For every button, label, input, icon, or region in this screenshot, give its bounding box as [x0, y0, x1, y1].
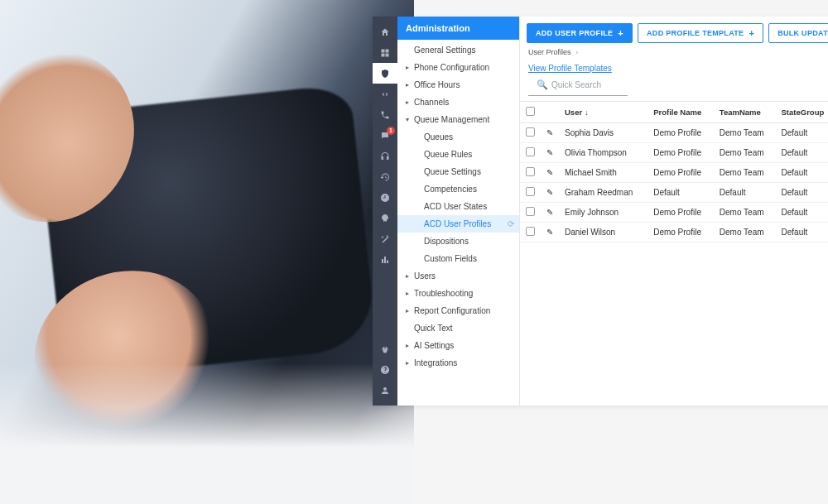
search-box[interactable]: 🔍	[528, 79, 628, 96]
nav-item[interactable]: Quick Text	[397, 319, 519, 337]
rail-rocket-icon[interactable]	[373, 208, 397, 228]
row-checkbox[interactable]	[526, 127, 535, 137]
nav-item[interactable]: Queues	[397, 128, 519, 146]
rail-badge: 1	[387, 127, 395, 135]
nav-tree: General Settings▸Phone Configuration▸Off…	[397, 40, 519, 373]
edit-icon[interactable]: ✎	[546, 168, 553, 177]
row-checkbox[interactable]	[526, 167, 535, 176]
caret-right-icon: ▸	[404, 307, 411, 314]
col-state-group[interactable]: StateGroup	[777, 102, 828, 123]
view-profile-templates-link[interactable]: View Profile Templates	[528, 64, 612, 73]
add-user-profile-button[interactable]: ADD USER PROFILE +	[527, 23, 633, 43]
nav-item[interactable]: Queue Rules	[397, 146, 519, 163]
table-row: ✎Sophia DavisDemo ProfileDemo TeamDefaul…	[520, 123, 828, 143]
edit-icon[interactable]: ✎	[546, 128, 553, 137]
row-checkbox[interactable]	[526, 187, 535, 196]
edit-icon[interactable]: ✎	[546, 228, 553, 237]
row-checkbox[interactable]	[526, 147, 535, 156]
rail-chat-icon[interactable]: 1	[373, 125, 397, 146]
col-profile-name[interactable]: Profile Name	[648, 102, 715, 123]
nav-item[interactable]: ▸Troubleshooting	[397, 285, 519, 302]
select-all-checkbox[interactable]	[526, 107, 535, 116]
rail-clock-icon[interactable]	[373, 187, 397, 208]
cell-user: Michael Smith	[560, 163, 648, 183]
nav-item[interactable]: General Settings	[397, 41, 519, 59]
rail-magic-icon[interactable]	[373, 228, 397, 249]
rail-user-icon[interactable]	[373, 380, 397, 401]
rail-shield-icon[interactable]	[373, 63, 397, 84]
rail-phone-icon[interactable]	[373, 104, 397, 125]
search-input[interactable]	[551, 80, 657, 89]
table-row: ✎Michael SmithDemo ProfileDemo TeamDefau…	[520, 163, 828, 183]
nav-item[interactable]: Custom Fields	[397, 250, 519, 267]
rail-code-icon[interactable]	[373, 84, 397, 104]
nav-item[interactable]: ▸Users	[397, 267, 519, 285]
cell-profile: Demo Profile	[648, 143, 715, 163]
nav-item[interactable]: ▸Report Configuration	[397, 302, 519, 319]
caret-right-icon: ▸	[404, 272, 411, 280]
nav-item[interactable]: ACD User Profiles⟳	[397, 215, 519, 233]
nav-item-label: Users	[414, 271, 436, 281]
app-window: 1 Administration General Settings▸Phone …	[373, 17, 828, 406]
nav-item[interactable]: ▸AI Settings	[397, 337, 519, 354]
edit-icon[interactable]: ✎	[546, 188, 553, 197]
nav-item[interactable]: ▸Office Hours	[397, 76, 519, 94]
nav-item[interactable]: ▸Phone Configuration	[397, 59, 519, 76]
refresh-icon[interactable]: ⟳	[508, 219, 514, 228]
cell-state: Default	[777, 183, 828, 203]
nav-item-label: Competencies	[424, 185, 477, 194]
row-checkbox[interactable]	[526, 207, 535, 216]
cell-team: Demo Team	[715, 123, 777, 143]
rail-chart-icon[interactable]	[373, 249, 397, 270]
edit-icon[interactable]: ✎	[546, 148, 553, 157]
nav-item[interactable]: Competencies	[397, 180, 519, 198]
cell-profile: Demo Profile	[648, 203, 715, 223]
button-label: BULK UPDATE QUEUES	[777, 29, 828, 37]
nav-item-label: Queue Rules	[424, 150, 472, 159]
nav-item-label: Queue Management	[414, 115, 489, 124]
rail-home-icon[interactable]	[373, 22, 397, 42]
caret-right-icon: ▸	[404, 359, 411, 367]
rail-help-icon[interactable]	[373, 359, 397, 380]
col-team-name[interactable]: TeamName	[715, 102, 777, 123]
rail-history-icon[interactable]	[373, 166, 397, 187]
row-checkbox[interactable]	[526, 227, 535, 236]
cell-state: Default	[777, 223, 828, 242]
nav-item-label: Integrations	[414, 358, 457, 367]
rail-headset-icon[interactable]	[373, 146, 397, 166]
rail-plugin-icon[interactable]	[373, 338, 397, 359]
cell-team: Default	[715, 183, 777, 203]
nav-item-label: General Settings	[414, 46, 476, 55]
cell-user: Olivia Thompson	[560, 143, 648, 163]
nav-item-label: Queue Settings	[424, 167, 481, 176]
button-label: ADD PROFILE TEMPLATE	[647, 29, 744, 37]
nav-item[interactable]: Queue Settings	[397, 163, 519, 180]
search-icon: 🔍	[537, 79, 548, 90]
action-bar: ADD USER PROFILE + ADD PROFILE TEMPLATE …	[520, 17, 828, 48]
breadcrumb-segment[interactable]: User Profiles	[528, 48, 571, 56]
nav-item[interactable]: Dispositions	[397, 233, 519, 250]
edit-icon[interactable]: ✎	[546, 208, 553, 217]
cell-state: Default	[777, 203, 828, 223]
caret-down-icon: ▾	[404, 116, 411, 123]
nav-item[interactable]: ▸Integrations	[397, 354, 519, 372]
col-user[interactable]: User↓	[560, 102, 648, 123]
nav-item-label: Troubleshooting	[414, 289, 473, 298]
cell-user: Daniel Wilson	[560, 223, 648, 242]
table-row: ✎Olivia ThompsonDemo ProfileDemo TeamDef…	[520, 143, 828, 163]
nav-item-label: Report Configuration	[414, 306, 490, 315]
cell-team: Demo Team	[715, 163, 777, 183]
nav-item[interactable]: ▸Channels	[397, 94, 519, 111]
add-profile-template-button[interactable]: ADD PROFILE TEMPLATE +	[638, 23, 763, 43]
caret-right-icon: ▸	[404, 98, 411, 106]
cell-user: Emily Johnson	[560, 203, 648, 223]
table-row: ✎Graham ReedmanDefaultDefaultDefault	[520, 183, 828, 203]
cell-user: Sophia Davis	[560, 123, 648, 143]
nav-item[interactable]: ACD User States	[397, 198, 519, 215]
rail-grid-icon[interactable]	[373, 42, 397, 63]
background-photo	[0, 0, 414, 504]
background-hand	[12, 246, 237, 456]
nav-item[interactable]: ▾Queue Management	[397, 111, 519, 128]
cell-profile: Demo Profile	[648, 163, 715, 183]
bulk-update-queues-button[interactable]: BULK UPDATE QUEUES ⤢	[768, 23, 828, 43]
